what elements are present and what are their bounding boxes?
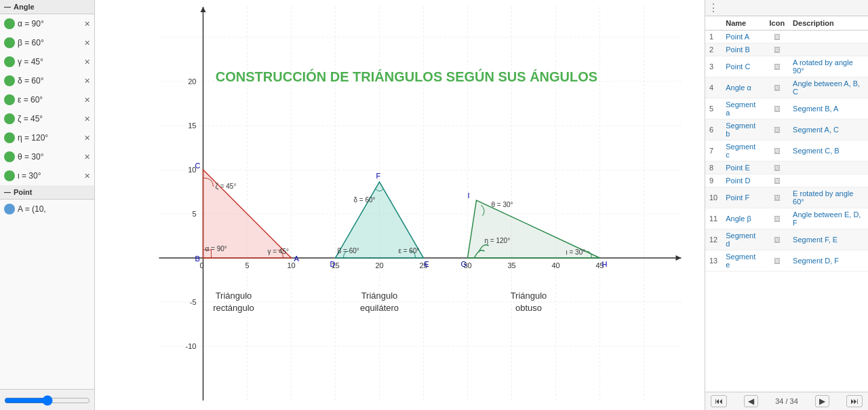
point-item-0[interactable]: A = (10, [0,200,94,219]
row-name-2: Point C [722,56,765,77]
point-section-header[interactable]: — Point [0,185,94,200]
angle-item-3[interactable]: δ = 60° ✕ [0,71,94,90]
geometry-canvas: 0 5 10 15 20 25 30 35 40 45 5 10 15 20 -… [95,0,705,410]
label-i: I [468,191,470,200]
angle-item-4[interactable]: ε = 60° ✕ [0,90,94,109]
table-row[interactable]: 8 Point E 🖼 [705,162,868,174]
angle-section-label: Angle [14,3,35,11]
row-icon-10: 🖼 [765,208,789,229]
point-list: A = (10, [0,200,94,219]
table-body: 1 Point A 🖼 2 Point B 🖼 3 Point C 🖼 A ro… [705,31,868,272]
tri2-label-line1: Triángulo [361,291,398,301]
row-icon-6: 🖼 [765,141,789,162]
angle-remove-5[interactable]: ✕ [84,115,90,124]
right-panel-footer: ⏮ ◀ 34 / 34 ▶ ⏭ [705,392,868,410]
angle-label-2: γ = 45° [18,57,81,67]
row-desc-11: Segment F, E [789,229,868,250]
angle-item-5[interactable]: ζ = 45° ✕ [0,109,94,128]
angle-item-1[interactable]: β = 60° ✕ [0,33,94,52]
angle-remove-3[interactable]: ✕ [84,77,90,86]
tri3-label-line1: Triángulo [511,291,547,301]
row-name-11: Segment d [722,229,765,250]
row-icon-7: 🖼 [765,162,789,174]
table-row[interactable]: 1 Point A 🖼 [705,31,868,43]
angle-remove-1[interactable]: ✕ [84,39,90,48]
row-name-4: Segment a [722,98,765,119]
nav-prev-button[interactable]: ◀ [744,395,758,407]
row-desc-4: Segment B, A [789,98,868,119]
left-scrollbar[interactable] [4,395,90,406]
col-name: Name [722,16,765,31]
angle-remove-7[interactable]: ✕ [84,153,90,162]
angle-item-6[interactable]: η = 120° ✕ [0,128,94,147]
row-num-7: 8 [705,162,722,174]
angle-remove-4[interactable]: ✕ [84,96,90,105]
col-icon: Icon [765,16,789,31]
left-panel: — Angle α = 90° ✕ β = 60° ✕ γ = 45° ✕ δ … [0,0,95,410]
main-canvas: 0 5 10 15 20 25 30 35 40 45 5 10 15 20 -… [95,0,705,410]
axis-label-yn5: -5 [190,298,197,306]
x-axis-arrow [676,255,682,261]
table-row[interactable]: 4 Angle α 🖼 Angle between A, B, C [705,77,868,98]
angle-item-0[interactable]: α = 90° ✕ [0,14,94,33]
row-icon-8: 🖼 [765,174,789,187]
table-row[interactable]: 10 Point F 🖼 E rotated by angle 60° [705,187,868,208]
row-name-12: Segment e [722,250,765,272]
axis-label-x7: 35 [507,261,515,269]
angle-item-2[interactable]: γ = 45° ✕ [0,52,94,71]
row-name-3: Angle α [722,77,765,98]
right-panel-menu-icon[interactable]: ⋮ [708,1,719,14]
angle-label-4: ε = 60° [18,95,81,105]
row-name-6: Segment c [722,141,765,162]
table-row[interactable]: 12 Segment d 🖼 Segment F, E [705,229,868,250]
point-label-0: A = (10, [18,204,90,214]
angle-section-header[interactable]: — Angle [0,0,94,14]
point-section-arrow: — [4,189,11,196]
table-row[interactable]: 3 Point C 🖼 A rotated by angle 90° [705,56,868,77]
row-icon-2: 🖼 [765,56,789,77]
angle-dot-0 [4,18,15,29]
angle-remove-2[interactable]: ✕ [84,58,90,67]
angle-item-8[interactable]: ι = 30° ✕ [0,166,94,185]
row-name-0: Point A [722,31,765,43]
row-desc-5: Segment A, C [789,119,868,141]
label-d: D [330,260,336,268]
table-row[interactable]: 2 Point B 🖼 [705,43,868,56]
axis-label-y20: 20 [188,77,196,86]
table-row[interactable]: 11 Angle β 🖼 Angle between E, D, F [705,208,868,229]
row-name-1: Point B [722,43,765,56]
table-row[interactable]: 6 Segment b 🖼 Segment A, C [705,119,868,141]
row-name-10: Angle β [722,208,765,229]
label-c: C [195,162,201,170]
angle-remove-0[interactable]: ✕ [84,20,90,29]
nav-next-button[interactable]: ▶ [815,395,829,407]
row-name-5: Segment b [722,119,765,141]
table-row[interactable]: 7 Segment c 🖼 Segment C, B [705,141,868,162]
row-icon-0: 🖼 [765,31,789,43]
angle-remove-8[interactable]: ✕ [84,172,90,181]
tri1-label-line2: rectángulo [213,303,254,313]
row-icon-9: 🖼 [765,187,789,208]
label-b: B [195,255,200,263]
angle-eta-label: η = 120° [485,237,511,244]
table-row[interactable]: 13 Segment e 🖼 Segment D, F [705,250,868,272]
row-num-3: 4 [705,77,722,98]
axis-label-x8: 40 [551,261,559,269]
axis-label-y5: 5 [192,210,196,218]
table-row[interactable]: 5 Segment a 🖼 Segment B, A [705,98,868,119]
angle-remove-6[interactable]: ✕ [84,134,90,143]
row-desc-2: A rotated by angle 90° [789,56,868,77]
angle-label-6: η = 120° [18,133,81,143]
row-icon-1: 🖼 [765,43,789,56]
angle-item-7[interactable]: θ = 30° ✕ [0,147,94,166]
angle-eps-label: ε = 60° [399,247,420,255]
row-desc-12: Segment D, F [789,250,868,272]
nav-last-button[interactable]: ⏭ [846,395,863,407]
nav-first-button[interactable]: ⏮ [711,395,727,407]
table-row[interactable]: 9 Point D 🖼 [705,174,868,187]
angle-label-8: ι = 30° [18,171,81,181]
col-num [705,16,722,31]
angle-dot-8 [4,170,15,181]
angle-label-0: α = 90° [18,19,81,29]
axis-label-yn10: -10 [186,342,197,350]
